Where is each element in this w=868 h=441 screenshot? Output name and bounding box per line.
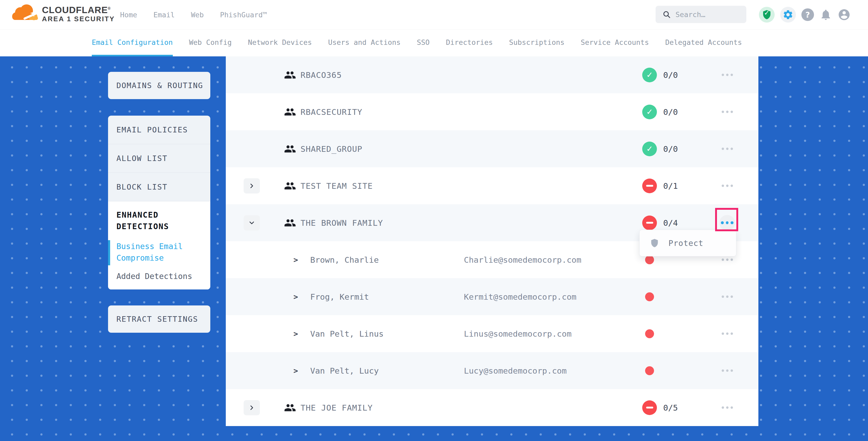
tab-delegated-accounts[interactable]: Delegated Accounts bbox=[665, 30, 742, 56]
tab-users-and-actions[interactable]: Users and Actions bbox=[328, 30, 400, 56]
active-item-bar bbox=[108, 240, 110, 265]
row-menu-button[interactable] bbox=[719, 363, 735, 379]
status-cell: 0/1 bbox=[642, 179, 678, 193]
table-row-member: > Van Pelt, Lucy Lucy@somedemocorp.com bbox=[226, 352, 758, 389]
status-cell: ✓ 0/0 bbox=[642, 105, 678, 119]
group-people-icon bbox=[284, 106, 296, 118]
sidebar-item-email-policies[interactable]: EMAIL POLICIES bbox=[108, 116, 210, 144]
table-row-group: THE JOE FAMILY 0/5 bbox=[226, 389, 758, 426]
protected-count: 0/0 bbox=[663, 107, 678, 117]
group-people-icon bbox=[284, 69, 296, 81]
table-row-group: SHARED_GROUP ✓ 0/0 bbox=[226, 130, 758, 167]
group-people-icon bbox=[284, 217, 296, 229]
protected-count: 0/5 bbox=[663, 403, 678, 412]
expand-row-button[interactable] bbox=[244, 400, 260, 415]
chevron-down-icon bbox=[248, 219, 255, 226]
protected-count: 0/0 bbox=[663, 144, 678, 154]
sidebar-item-domains-routing[interactable]: DOMAINS & ROUTING bbox=[108, 72, 210, 99]
help-icon[interactable]: ? bbox=[801, 8, 814, 21]
row-menu-button[interactable] bbox=[719, 400, 735, 416]
sidebar-item-business-email-compromise[interactable]: Business Email Compromise bbox=[117, 241, 204, 264]
protected-count: 0/4 bbox=[663, 218, 678, 228]
protected-count: 0/1 bbox=[663, 181, 678, 191]
member-email: Charlie@somedemocorp.com bbox=[464, 255, 581, 264]
tab-web-config[interactable]: Web Config bbox=[189, 30, 232, 56]
search-input[interactable] bbox=[675, 10, 736, 19]
shield-icon bbox=[650, 238, 659, 248]
collapse-row-button[interactable] bbox=[244, 215, 260, 230]
bell-icon[interactable] bbox=[819, 8, 832, 21]
sidebar-item-added-detections[interactable]: Added Detections bbox=[117, 271, 204, 282]
group-name: THE JOE FAMILY bbox=[301, 403, 373, 412]
row-menu-button[interactable] bbox=[719, 289, 735, 305]
tab-email-configuration[interactable]: Email Configuration bbox=[92, 30, 173, 56]
table-row-member: > Van Pelt, Linus Linus@somedemocorp.com bbox=[226, 315, 758, 352]
row-menu-button[interactable] bbox=[719, 141, 735, 157]
tab-sso[interactable]: SSO bbox=[417, 30, 430, 56]
protect-menu-item[interactable]: Protect bbox=[669, 239, 703, 248]
cloudflare-logo: CLOUDFLARE® AREA 1 SECURITY bbox=[11, 3, 115, 24]
search-box[interactable] bbox=[656, 6, 746, 23]
nav-phishguard[interactable]: PhishGuard™ bbox=[220, 11, 267, 19]
sidebar-item-retract-settings[interactable]: RETRACT SETTINGS bbox=[108, 306, 210, 333]
nav-web[interactable]: Web bbox=[191, 11, 204, 19]
member-name: Brown, Charlie bbox=[310, 255, 379, 264]
tab-network-devices[interactable]: Network Devices bbox=[248, 30, 312, 56]
nav-email[interactable]: Email bbox=[153, 11, 175, 19]
row-context-menu: Protect bbox=[639, 230, 736, 256]
table-row-group: RBACSECURITY ✓ 0/0 bbox=[226, 93, 758, 130]
chevron-right-icon bbox=[248, 182, 255, 190]
section-tabs: Email Configuration Web Config Network D… bbox=[0, 29, 868, 56]
sidebar-policies-card: EMAIL POLICIES ALLOW LIST BLOCK LIST ENH… bbox=[108, 116, 210, 289]
nav-home[interactable]: Home bbox=[120, 11, 137, 19]
shield-check-icon[interactable]: ✓ bbox=[759, 7, 775, 23]
app-header: CLOUDFLARE® AREA 1 SECURITY Home Email W… bbox=[0, 0, 868, 29]
group-people-icon bbox=[284, 180, 296, 192]
sidebar-item-allow-list[interactable]: ALLOW LIST bbox=[108, 144, 210, 173]
sidebar-item-block-list[interactable]: BLOCK LIST bbox=[108, 173, 210, 201]
status-dot-blocked bbox=[645, 366, 654, 375]
group-name: SHARED_GROUP bbox=[301, 144, 363, 154]
gear-icon[interactable] bbox=[780, 7, 796, 23]
cloudflare-cloud-icon bbox=[11, 3, 39, 24]
group-name: RBACO365 bbox=[301, 70, 342, 80]
tab-directories[interactable]: Directories bbox=[446, 30, 493, 56]
status-cell: 0/4 bbox=[642, 216, 678, 230]
member-email: Linus@somedemocorp.com bbox=[464, 329, 572, 339]
status-dot-blocked bbox=[645, 292, 654, 301]
row-menu-button[interactable] bbox=[719, 326, 735, 342]
member-caret-icon[interactable]: > bbox=[293, 329, 298, 338]
tab-service-accounts[interactable]: Service Accounts bbox=[581, 30, 649, 56]
chevron-right-icon bbox=[248, 404, 255, 411]
table-row-member: > Frog, Kermit Kermit@somedemocorp.com bbox=[226, 278, 758, 315]
protected-count: 0/0 bbox=[663, 70, 678, 80]
member-email: Lucy@somedemocorp.com bbox=[464, 366, 567, 375]
status-ok-badge: ✓ bbox=[642, 68, 657, 82]
group-name: THE BROWN FAMILY bbox=[301, 218, 383, 228]
brand-text: CLOUDFLARE® AREA 1 SECURITY bbox=[42, 3, 115, 23]
member-name: Frog, Kermit bbox=[310, 292, 369, 302]
row-menu-button[interactable] bbox=[719, 104, 735, 120]
group-name: RBACSECURITY bbox=[301, 107, 363, 117]
tab-subscriptions[interactable]: Subscriptions bbox=[509, 30, 564, 56]
brand-subtitle: AREA 1 SECURITY bbox=[42, 15, 115, 23]
member-caret-icon[interactable]: > bbox=[293, 366, 298, 375]
enhanced-detections-heading: ENHANCED DETECTIONS bbox=[117, 209, 204, 232]
group-people-icon bbox=[284, 143, 296, 155]
status-blocked-badge bbox=[642, 400, 657, 415]
expand-row-button[interactable] bbox=[244, 178, 260, 193]
account-icon[interactable] bbox=[838, 8, 851, 21]
row-menu-button[interactable] bbox=[719, 67, 735, 83]
member-caret-icon[interactable]: > bbox=[293, 292, 298, 301]
member-name: Van Pelt, Linus bbox=[310, 329, 384, 339]
member-caret-icon[interactable]: > bbox=[293, 255, 298, 264]
group-name: TEST TEAM SITE bbox=[301, 181, 373, 191]
member-name: Van Pelt, Lucy bbox=[310, 366, 379, 375]
annotation-highlight-box bbox=[715, 208, 738, 231]
status-cell: ✓ 0/0 bbox=[642, 141, 678, 156]
status-cell: 0/5 bbox=[642, 400, 678, 415]
top-nav: Home Email Web PhishGuard™ bbox=[120, 0, 267, 29]
status-blocked-badge bbox=[642, 179, 657, 193]
member-email: Kermit@somedemocorp.com bbox=[464, 292, 577, 302]
row-menu-button[interactable] bbox=[719, 178, 735, 194]
